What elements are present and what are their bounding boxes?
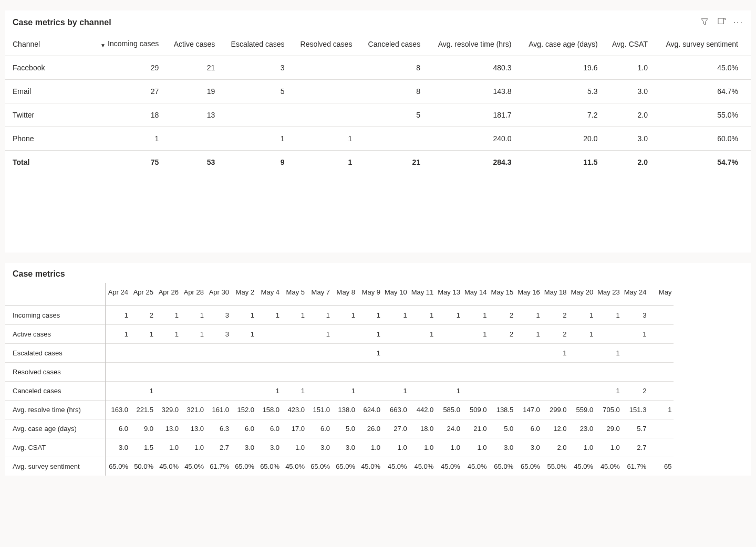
table-cell: 29.0 bbox=[595, 419, 622, 438]
table-cell: 1 bbox=[515, 325, 542, 344]
table-cell: 152.0 bbox=[231, 401, 256, 419]
table-cell: 2 bbox=[542, 306, 569, 325]
table-cell: 45.0% bbox=[436, 457, 462, 476]
table-cell: 1 bbox=[409, 306, 436, 325]
table-cell bbox=[290, 56, 358, 80]
table-cell bbox=[206, 382, 231, 401]
table-cell: 299.0 bbox=[542, 401, 569, 419]
table-cell: 65.0% bbox=[256, 457, 282, 476]
filter-icon[interactable] bbox=[700, 17, 709, 28]
metric-row-header[interactable]: Active cases bbox=[5, 325, 105, 344]
date-column-header[interactable]: May bbox=[648, 283, 674, 306]
date-column-header[interactable]: May 4 bbox=[256, 283, 282, 306]
table-cell: 624.0 bbox=[357, 401, 382, 419]
date-column-header[interactable]: May 13 bbox=[436, 283, 462, 306]
table-cell: 13.0 bbox=[181, 419, 206, 438]
date-column-header[interactable]: May 24 bbox=[622, 283, 649, 306]
date-column-header[interactable]: Apr 26 bbox=[156, 283, 181, 306]
column-header[interactable]: Avg. case age (days) bbox=[516, 32, 603, 56]
table-cell: 3.0 bbox=[332, 438, 357, 457]
column-header[interactable]: Avg. CSAT bbox=[603, 32, 653, 56]
date-column-header[interactable]: May 11 bbox=[409, 283, 436, 306]
table-cell bbox=[282, 363, 307, 382]
table-cell bbox=[515, 363, 542, 382]
table-cell bbox=[489, 363, 516, 382]
table-cell: 1 bbox=[220, 127, 289, 151]
metric-row-header[interactable]: Resolved cases bbox=[5, 363, 105, 382]
date-column-header[interactable]: May 10 bbox=[382, 283, 409, 306]
date-column-header[interactable]: May 14 bbox=[462, 283, 489, 306]
table-cell: 1.0 bbox=[382, 438, 409, 457]
column-header[interactable]: Escalated cases bbox=[220, 32, 289, 56]
date-column-header[interactable]: May 15 bbox=[489, 283, 516, 306]
table-cell bbox=[282, 344, 307, 363]
total-row: Total75539121284.311.52.054.7% bbox=[5, 151, 751, 174]
column-header[interactable]: ▼Incoming cases bbox=[89, 32, 164, 56]
date-column-header[interactable]: May 9 bbox=[357, 283, 382, 306]
column-header[interactable]: Canceled cases bbox=[357, 32, 426, 56]
date-column-header[interactable]: May 7 bbox=[307, 283, 332, 306]
date-column-header[interactable]: May 23 bbox=[595, 283, 622, 306]
table-cell: 1 bbox=[357, 306, 382, 325]
table-row: Active cases111131111121211 bbox=[5, 325, 674, 344]
date-column-header[interactable]: Apr 24 bbox=[105, 283, 130, 306]
metric-row-header[interactable]: Escalated cases bbox=[5, 344, 105, 363]
table-cell bbox=[357, 363, 382, 382]
table-cell: 13 bbox=[164, 103, 220, 127]
table-cell bbox=[307, 382, 332, 401]
date-column-header[interactable]: May 16 bbox=[515, 283, 542, 306]
table-row[interactable]: Phone111240.020.03.060.0% bbox=[5, 127, 751, 151]
metric-row-header[interactable]: Avg. case age (days) bbox=[5, 419, 105, 438]
panel-title: Case metrics by channel bbox=[13, 18, 111, 27]
metric-row-header[interactable]: Avg. CSAT bbox=[5, 438, 105, 457]
date-column-header[interactable]: May 8 bbox=[332, 283, 357, 306]
table-cell: 3 bbox=[220, 56, 289, 80]
column-header[interactable]: Avg. survey sentiment bbox=[653, 32, 751, 56]
date-column-header[interactable]: Apr 30 bbox=[206, 283, 231, 306]
column-header[interactable]: Resolved cases bbox=[290, 32, 358, 56]
table-cell: 18 bbox=[89, 103, 164, 127]
metric-row-header[interactable]: Avg. resolve time (hrs) bbox=[5, 401, 105, 419]
table-cell: 2.0 bbox=[542, 438, 569, 457]
date-column-header[interactable]: May 20 bbox=[568, 283, 595, 306]
total-cell: 54.7% bbox=[653, 151, 751, 174]
table-cell: 147.0 bbox=[515, 401, 542, 419]
table-cell bbox=[648, 419, 674, 438]
date-column-header[interactable]: Apr 28 bbox=[181, 283, 206, 306]
metric-row-header[interactable]: Avg. survey sentiment bbox=[5, 457, 105, 476]
table-cell bbox=[307, 344, 332, 363]
table-cell: 442.0 bbox=[409, 401, 436, 419]
table-cell: 1 bbox=[436, 382, 462, 401]
total-cell: 53 bbox=[164, 151, 220, 174]
table-cell bbox=[515, 382, 542, 401]
table-cell bbox=[206, 344, 231, 363]
date-column-header[interactable]: Apr 25 bbox=[130, 283, 156, 306]
metric-row-header[interactable]: Canceled cases bbox=[5, 382, 105, 401]
column-header[interactable]: Channel bbox=[5, 32, 89, 56]
table-cell: 1.0 bbox=[462, 438, 489, 457]
table-cell: 45.0% bbox=[382, 457, 409, 476]
column-header[interactable]: Active cases bbox=[164, 32, 220, 56]
date-column-header[interactable]: May 18 bbox=[542, 283, 569, 306]
table-cell bbox=[409, 344, 436, 363]
column-header-label: Canceled cases bbox=[368, 40, 421, 48]
table-cell: 1 bbox=[568, 325, 595, 344]
focus-mode-icon[interactable] bbox=[717, 17, 726, 28]
table-row[interactable]: Facebook292138480.319.61.045.0% bbox=[5, 56, 751, 80]
date-column-header[interactable]: May 5 bbox=[282, 283, 307, 306]
date-matrix-scroll[interactable]: Apr 24Apr 25Apr 26Apr 28Apr 30May 2May 4… bbox=[5, 283, 751, 476]
table-cell bbox=[648, 325, 674, 344]
table-cell bbox=[332, 325, 357, 344]
table-row[interactable]: Email271958143.85.33.064.7% bbox=[5, 80, 751, 103]
column-header[interactable]: Avg. resolve time (hrs) bbox=[426, 32, 516, 56]
table-cell bbox=[290, 103, 358, 127]
table-row: Resolved cases bbox=[5, 363, 674, 382]
more-options-icon[interactable]: ··· bbox=[733, 18, 743, 27]
table-cell: 12.0 bbox=[542, 419, 569, 438]
table-cell: 1.0 bbox=[603, 56, 653, 80]
table-cell bbox=[130, 344, 156, 363]
date-column-header[interactable]: May 2 bbox=[231, 283, 256, 306]
table-cell: 27.0 bbox=[382, 419, 409, 438]
table-row[interactable]: Twitter18135181.77.22.055.0% bbox=[5, 103, 751, 127]
metric-row-header[interactable]: Incoming cases bbox=[5, 306, 105, 325]
